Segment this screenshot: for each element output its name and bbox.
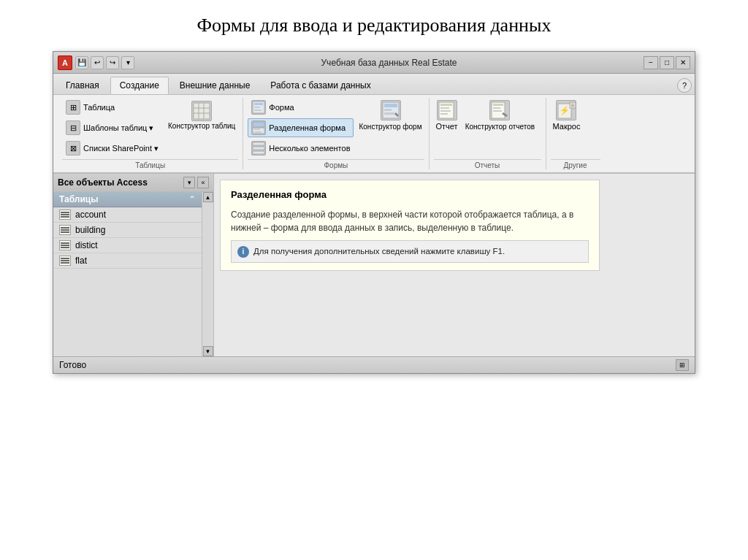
svg-rect-9 xyxy=(254,107,260,108)
content-area: Разделенная форма Создание разделенной ф… xyxy=(214,174,695,356)
table-templates-icon: ⊟ xyxy=(66,120,80,135)
maximize-button[interactable]: □ xyxy=(660,56,674,69)
svg-text:≡: ≡ xyxy=(571,102,575,109)
nav-item-building-label: building xyxy=(75,225,105,235)
tooltip-hint-text: Для получения дополнительных сведений на… xyxy=(253,245,505,258)
svg-rect-30 xyxy=(493,104,503,106)
tab-external[interactable]: Внешние данные xyxy=(170,77,260,94)
nav-list: Таблицы ⌃ account xyxy=(53,192,202,356)
forms-group-label: Формы xyxy=(248,159,424,169)
tooltip-body: Создание разделенной формы, в верхней ча… xyxy=(231,208,589,234)
svg-rect-18 xyxy=(253,151,264,154)
form-constructor-button[interactable]: Конструктор форм xyxy=(356,98,424,134)
split-form-button[interactable]: Разделенная форма xyxy=(248,118,354,137)
ribbon-content: ⊞ Таблица ⊟ Шаблоны таблиц ▾ ⊠ Списки Sh… xyxy=(53,95,695,174)
more-quick-btn[interactable]: ▾ xyxy=(121,56,134,69)
sharepoint-button[interactable]: ⊠ Списки SharePoint ▾ xyxy=(62,139,162,158)
window-title: Учебная база данных Real Estate xyxy=(134,58,644,68)
sharepoint-icon: ⊠ xyxy=(66,141,80,156)
status-bar: Готово ⊞ xyxy=(53,356,695,373)
table-constructor-label: Конструктор таблиц xyxy=(168,121,235,131)
quick-access-toolbar: 💾 ↩ ↪ ▾ xyxy=(75,56,134,69)
ribbon-group-forms: Форма Разделенная форма xyxy=(243,98,429,169)
form-constructor-label: Конструктор форм xyxy=(359,122,421,131)
report-icon xyxy=(437,100,457,120)
svg-text:⚡: ⚡ xyxy=(560,105,570,115)
svg-rect-21 xyxy=(384,109,392,111)
tab-home[interactable]: Главная xyxy=(56,77,109,94)
tooltip-title: Разделенная форма xyxy=(231,188,589,202)
other-group-label: Другие xyxy=(551,159,600,169)
tables-group-content: ⊞ Таблица ⊟ Шаблоны таблиц ▾ ⊠ Списки Sh… xyxy=(62,98,238,158)
nav-item-distict[interactable]: distict xyxy=(53,238,202,253)
save-quick-btn[interactable]: 💾 xyxy=(75,56,88,69)
svg-rect-26 xyxy=(440,107,449,109)
close-button[interactable]: ✕ xyxy=(676,56,690,69)
scroll-down-btn[interactable]: ▼ xyxy=(203,346,213,356)
main-area: Все объекты Access ▾ « Таблицы ⌃ xyxy=(53,174,695,356)
nav-item-flat[interactable]: flat xyxy=(53,253,202,269)
svg-rect-11 xyxy=(253,122,264,127)
table-constructor-button[interactable]: Конструктор таблиц xyxy=(165,98,238,134)
report-constructor-button[interactable]: Конструктор отчетов xyxy=(463,98,538,134)
reports-group-content: Отчет Конструктор отчетов xyxy=(434,98,541,158)
forms-extras: Конструктор форм xyxy=(356,98,424,134)
multi-items-button[interactable]: Несколько элементов xyxy=(248,139,354,158)
form-icon xyxy=(251,100,266,115)
form-constructor-icon xyxy=(381,100,401,120)
nav-item-account[interactable]: account xyxy=(53,207,202,223)
app-icon: A xyxy=(58,55,72,70)
nav-header-text: Все объекты Access xyxy=(58,177,148,188)
forms-group-content: Форма Разделенная форма xyxy=(248,98,424,158)
ribbon-group-other: ⚡ ≡ Макрос Другие xyxy=(546,98,605,169)
ribbon-group-reports: Отчет Конструктор отчетов О xyxy=(430,98,546,169)
forms-left: Форма Разделенная форма xyxy=(248,98,354,158)
scroll-up-btn[interactable]: ▲ xyxy=(203,192,213,202)
nav-item-icon-account xyxy=(59,210,71,220)
svg-rect-27 xyxy=(440,110,451,112)
other-group-content: ⚡ ≡ Макрос xyxy=(551,98,600,158)
nav-item-icon-flat xyxy=(59,256,71,266)
window-controls: − □ ✕ xyxy=(644,56,690,69)
svg-rect-28 xyxy=(440,113,448,115)
nav-item-building[interactable]: building xyxy=(53,223,202,238)
nav-pane: Все объекты Access ▾ « Таблицы ⌃ xyxy=(53,174,214,356)
svg-text:A: A xyxy=(62,58,68,67)
svg-rect-10 xyxy=(254,110,262,111)
svg-rect-32 xyxy=(493,110,502,112)
table-icon: ⊞ xyxy=(66,100,80,115)
svg-rect-22 xyxy=(384,112,394,115)
svg-rect-15 xyxy=(254,131,262,133)
table-templates-button[interactable]: ⊟ Шаблоны таблиц ▾ xyxy=(62,118,162,137)
tab-create[interactable]: Создание xyxy=(110,77,169,94)
status-icon[interactable]: ⊞ xyxy=(676,359,689,371)
minimize-button[interactable]: − xyxy=(644,56,658,69)
redo-quick-btn[interactable]: ↪ xyxy=(106,56,119,69)
split-form-icon xyxy=(251,120,266,135)
status-right: ⊞ xyxy=(676,359,689,371)
ribbon-group-tables: ⊞ Таблица ⊟ Шаблоны таблиц ▾ ⊠ Списки Sh… xyxy=(58,98,243,169)
report-constructor-icon xyxy=(489,100,510,120)
nav-header-icons: ▾ « xyxy=(183,177,209,188)
ribbon-tabs: Главная Создание Внешние данные Работа с… xyxy=(53,74,695,95)
form-button[interactable]: Форма xyxy=(248,98,354,117)
report-constructor-label: Конструктор отчетов xyxy=(465,122,535,131)
tooltip-hint: i Для получения дополнительных сведений … xyxy=(231,240,589,263)
help-button[interactable]: ? xyxy=(677,78,692,93)
undo-quick-btn[interactable]: ↩ xyxy=(91,56,104,69)
macro-label: Макрос xyxy=(553,122,581,131)
nav-header[interactable]: Все объекты Access ▾ « xyxy=(53,174,213,192)
svg-rect-8 xyxy=(254,103,263,105)
tab-database[interactable]: Работа с базами данных xyxy=(261,77,380,94)
nav-item-flat-label: flat xyxy=(75,256,87,266)
hint-icon: i xyxy=(237,246,249,258)
nav-scrollbar: ▲ ▼ xyxy=(202,192,213,356)
nav-section-icon: ⌃ xyxy=(188,194,196,204)
table-constructor-icon xyxy=(191,101,212,121)
macro-button[interactable]: ⚡ ≡ Макрос xyxy=(551,98,583,133)
table-button[interactable]: ⊞ Таблица xyxy=(62,98,162,117)
nav-collapse-btn[interactable]: « xyxy=(197,177,209,188)
nav-section-header[interactable]: Таблицы ⌃ xyxy=(53,192,202,207)
report-button[interactable]: Отчет xyxy=(434,98,460,133)
nav-dropdown-btn[interactable]: ▾ xyxy=(183,177,195,188)
